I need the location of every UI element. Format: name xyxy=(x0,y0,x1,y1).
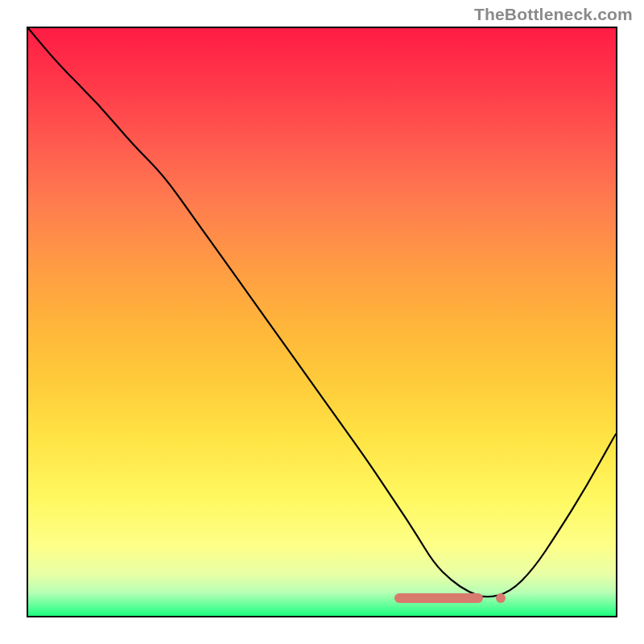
chart-curve-path xyxy=(28,28,616,597)
watermark-text: TheBottleneck.com xyxy=(474,5,633,24)
chart-plot-area xyxy=(27,27,617,617)
chart-line-curve xyxy=(28,28,616,616)
chart-optimal-marker-band xyxy=(394,593,483,603)
